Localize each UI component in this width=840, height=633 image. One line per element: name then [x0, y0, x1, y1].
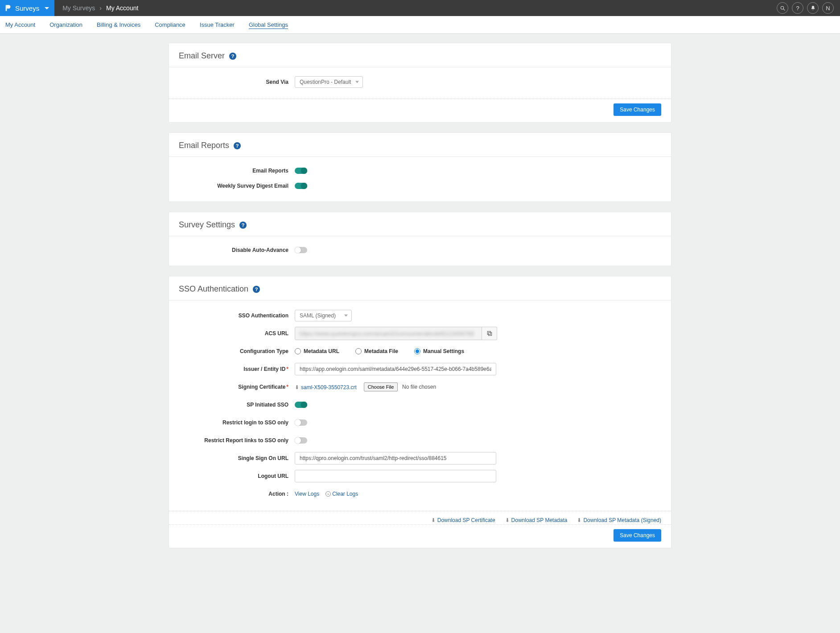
cert-label: Signing Certificate* [179, 384, 295, 390]
subnav-global-settings[interactable]: Global Settings [248, 17, 289, 33]
restrict-login-label: Restrict login to SSO only [179, 419, 295, 426]
search-button[interactable] [777, 2, 788, 14]
download-sp-metadata[interactable]: ⬇Download SP Metadata [505, 517, 568, 523]
subnav-compliance[interactable]: Compliance [154, 17, 186, 33]
config-type-label: Configuration Type [179, 348, 295, 354]
disable-auto-advance-toggle[interactable] [295, 247, 307, 253]
breadcrumb: My Surveys › My Account [54, 4, 138, 12]
email-reports-toggle[interactable] [295, 168, 307, 174]
svg-rect-4 [487, 331, 490, 334]
download-icon: ⬇ [295, 384, 299, 390]
issuer-label: Issuer / Entity ID* [179, 366, 295, 372]
restrict-report-label: Restrict Report links to SSO only [179, 437, 295, 444]
caret-down-icon [45, 7, 49, 9]
help-icon[interactable]: ? [234, 142, 241, 149]
topbar: Surveys My Surveys › My Account ? N [0, 0, 840, 16]
download-sp-cert[interactable]: ⬇Download SP Certificate [431, 517, 495, 523]
download-sp-metadata-signed[interactable]: ⬇Download SP Metadata (Signed) [577, 517, 661, 523]
logout-url-input[interactable] [295, 470, 496, 482]
email-server-title: Email Server [179, 51, 225, 61]
download-icon: ⬇ [431, 517, 436, 523]
breadcrumb-sep-icon: › [99, 4, 102, 12]
config-manual[interactable]: Manual Settings [414, 348, 464, 354]
svg-rect-3 [488, 333, 491, 336]
send-via-value: QuestionPro - Default [300, 79, 351, 85]
breadcrumb-current: My Account [106, 4, 138, 12]
clear-icon: × [325, 491, 331, 497]
copy-icon [486, 330, 493, 337]
avatar-button[interactable]: N [822, 2, 834, 14]
email-reports-panel: Email Reports ? Email Reports Weekly Sur… [169, 132, 671, 202]
breadcrumb-link[interactable]: My Surveys [62, 4, 95, 12]
send-via-select[interactable]: QuestionPro - Default [295, 76, 363, 88]
config-metadata-url[interactable]: Metadata URL [295, 348, 339, 354]
restrict-login-toggle[interactable] [295, 419, 307, 426]
survey-settings-panel: Survey Settings ? Disable Auto-Advance [169, 212, 671, 266]
weekly-digest-label: Weekly Survey Digest Email [179, 183, 295, 189]
notifications-button[interactable] [807, 2, 819, 14]
weekly-digest-toggle[interactable] [295, 183, 307, 189]
config-type-radio-group: Metadata URL Metadata File Manual Settin… [295, 348, 464, 354]
email-reports-title: Email Reports [179, 141, 229, 150]
topbar-right: ? N [777, 2, 840, 14]
choose-file-button[interactable]: Choose File [364, 382, 398, 391]
issuer-input[interactable] [295, 363, 496, 375]
subnav-my-account[interactable]: My Account [4, 17, 36, 33]
svg-point-1 [781, 6, 784, 9]
sso-auth-value: SAML (Signed) [300, 312, 336, 319]
brand-dropdown[interactable]: Surveys [0, 0, 54, 16]
view-logs-link[interactable]: View Logs [295, 491, 319, 497]
brand-label: Surveys [15, 4, 39, 12]
config-metadata-file[interactable]: Metadata File [355, 348, 398, 354]
sso-auth-select[interactable]: SAML (Signed) [295, 310, 352, 321]
sso-url-label: Single Sign On URL [179, 455, 295, 461]
logo-icon [4, 4, 12, 12]
sso-title: SSO Authentication [179, 284, 248, 294]
survey-settings-title: Survey Settings [179, 220, 235, 230]
action-label: Action : [179, 491, 295, 497]
disable-auto-advance-label: Disable Auto-Advance [179, 247, 295, 253]
download-icon: ⬇ [577, 517, 581, 523]
email-reports-label: Email Reports [179, 168, 295, 174]
svg-line-2 [783, 9, 785, 10]
help-button[interactable]: ? [792, 2, 803, 14]
no-file-label: No file chosen [402, 384, 436, 390]
avatar-letter: N [826, 5, 830, 12]
clear-logs-link[interactable]: Clear Logs [332, 491, 358, 497]
bell-icon [810, 5, 816, 11]
sso-url-input[interactable] [295, 452, 496, 464]
subnav-billing[interactable]: Billing & Invoices [96, 17, 141, 33]
help-icon[interactable]: ? [239, 222, 247, 229]
email-server-save-button[interactable]: Save Changes [614, 103, 661, 116]
sp-initiated-label: SP Initiated SSO [179, 402, 295, 408]
acs-copy-button[interactable] [482, 327, 497, 340]
cert-download[interactable]: ⬇saml-X509-3550723.crt [295, 384, 357, 390]
subnav: My Account Organization Billing & Invoic… [0, 16, 840, 34]
page-content: Email Server ? Send Via QuestionPro - De… [169, 34, 671, 576]
send-via-label: Send Via [179, 79, 295, 85]
help-icon[interactable]: ? [253, 286, 260, 293]
sp-initiated-toggle[interactable] [295, 402, 307, 408]
cert-file-link[interactable]: saml-X509-3550723.crt [301, 384, 357, 390]
sso-save-button[interactable]: Save Changes [614, 529, 661, 542]
search-icon [780, 5, 786, 11]
sso-panel: SSO Authentication ? SSO Authentication … [169, 276, 671, 548]
svg-rect-0 [6, 5, 7, 11]
subnav-issue-tracker[interactable]: Issue Tracker [199, 17, 235, 33]
subnav-organization[interactable]: Organization [49, 17, 83, 33]
acs-url-label: ACS URL [179, 330, 295, 337]
email-server-panel: Email Server ? Send Via QuestionPro - De… [169, 43, 671, 123]
acs-url-field: https://www.questionpro.com/a/saml2/cons… [295, 327, 482, 340]
download-icon: ⬇ [505, 517, 510, 523]
question-icon: ? [796, 5, 799, 12]
sso-auth-label: SSO Authentication [179, 312, 295, 319]
restrict-report-toggle[interactable] [295, 437, 307, 444]
help-icon[interactable]: ? [229, 53, 236, 60]
logout-url-label: Logout URL [179, 473, 295, 479]
